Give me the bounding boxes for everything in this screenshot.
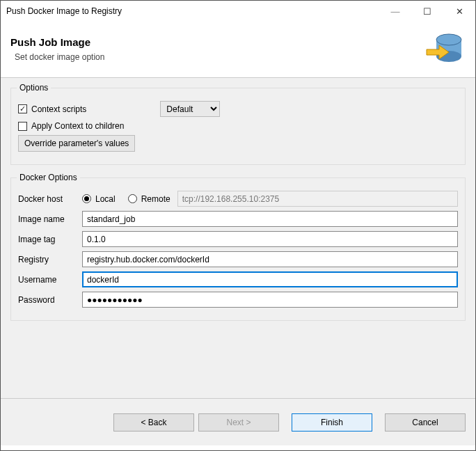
page-title: Push Job Image [10, 36, 425, 48]
username-label: Username [18, 275, 82, 285]
minimize-button[interactable]: ― [379, 1, 411, 22]
docker-remote-url-input [177, 191, 458, 207]
apply-children-checkbox[interactable] [18, 122, 27, 131]
back-button[interactable]: < Back [113, 413, 194, 432]
wizard-icon [425, 29, 466, 69]
registry-label: Registry [18, 255, 82, 264]
apply-children-label: Apply Context to children [31, 121, 124, 131]
image-tag-input[interactable] [82, 231, 458, 247]
context-combo[interactable]: Default [160, 101, 220, 117]
image-tag-label: Image tag [18, 235, 82, 244]
docker-host-remote-label: Remote [141, 194, 170, 204]
docker-host-label: Docker host [18, 194, 82, 204]
wizard-footer: < Back Next > Finish Cancel [1, 398, 475, 445]
next-button: Next > [198, 413, 279, 432]
context-scripts-label: Context scripts [31, 104, 86, 114]
wizard-header: Push Job Image Set docker image option [1, 22, 475, 78]
titlebar: Push Docker Image to Registry ― ☐ ✕ [1, 1, 475, 22]
close-button[interactable]: ✕ [443, 1, 475, 22]
override-params-button[interactable]: Override parameter's values [18, 135, 135, 152]
image-name-input[interactable] [82, 211, 458, 227]
registry-input[interactable] [82, 251, 458, 267]
docker-host-radios: Local Remote [82, 194, 170, 204]
docker-options-group: Docker Options Docker host Local Remote … [10, 177, 466, 321]
maximize-button[interactable]: ☐ [411, 1, 443, 22]
password-label: Password [18, 295, 82, 305]
options-legend: Options [17, 83, 51, 93]
cancel-button[interactable]: Cancel [385, 413, 466, 432]
finish-button[interactable]: Finish [292, 413, 372, 432]
password-input[interactable] [82, 292, 458, 308]
docker-host-local-radio[interactable] [82, 194, 91, 203]
window-controls: ― ☐ ✕ [379, 1, 475, 22]
username-input[interactable] [82, 271, 458, 287]
docker-host-local-label: Local [95, 194, 116, 204]
context-scripts-checkbox[interactable]: ✓ [18, 104, 27, 113]
wizard-header-text: Push Job Image Set docker image option [10, 36, 425, 62]
image-name-label: Image name [18, 214, 82, 224]
window-title: Push Docker Image to Registry [6, 6, 379, 16]
options-group: Options ✓ Context scripts Default Apply … [10, 88, 466, 165]
docker-options-legend: Docker Options [17, 173, 80, 182]
docker-host-remote-radio[interactable] [128, 194, 137, 203]
page-subtitle: Set docker image option [10, 52, 425, 62]
content-area: Options ✓ Context scripts Default Apply … [1, 78, 475, 398]
